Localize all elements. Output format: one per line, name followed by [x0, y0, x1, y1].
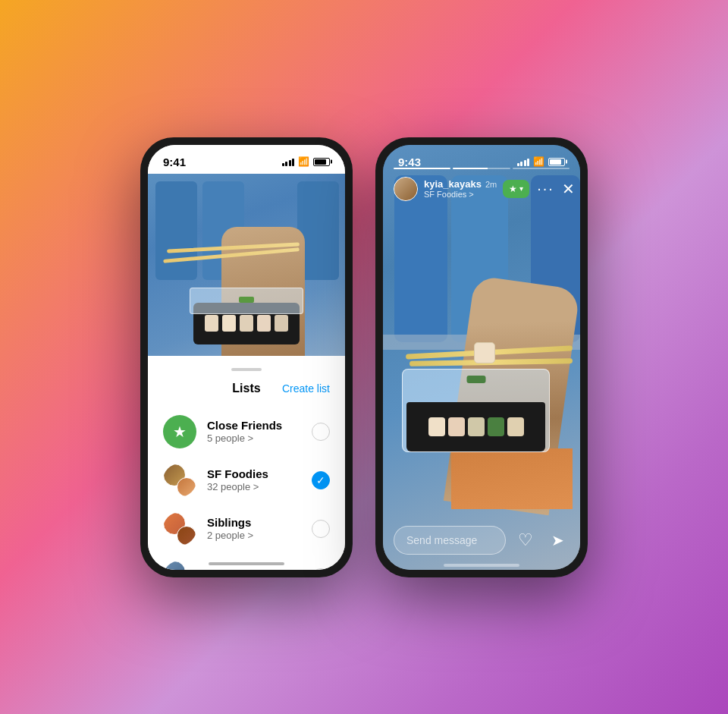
- story-list-text: SF Foodies >: [424, 190, 474, 199]
- sf-foodies-radio[interactable]: ✓: [312, 471, 330, 489]
- wifi-icon-right: 📶: [533, 156, 544, 167]
- close-friends-count: 5 people >: [207, 432, 301, 444]
- sf-foodies-count: 32 people >: [207, 481, 301, 492]
- send-icon: ➤: [551, 531, 564, 549]
- list-item-siblings[interactable]: Siblings 2 people >: [163, 505, 330, 553]
- checkmark-icon: ✓: [316, 475, 325, 486]
- sushi-r-3: [468, 417, 485, 436]
- close-story-button[interactable]: ✕: [562, 180, 575, 198]
- story-username: kyia_kayaks: [424, 178, 482, 190]
- signal-bar-2: [285, 162, 287, 166]
- close-friends-name: Close Friends: [207, 419, 301, 432]
- phone-left: 9:41 📶: [140, 137, 353, 577]
- status-icons-right: 📶: [517, 156, 566, 167]
- sf-foodies-avatar-2: [177, 477, 196, 497]
- story-image-left: [148, 174, 345, 356]
- sf-foodies-info: SF Foodies 32 people >: [207, 467, 301, 492]
- lists-handle: [231, 368, 262, 371]
- list-item-close-friends[interactable]: ★ Close Friends 5 people >: [163, 407, 330, 456]
- status-icons-left: 📶: [282, 156, 331, 167]
- siblings-count: 2 people >: [207, 530, 301, 541]
- sushi-piece-5: [275, 315, 288, 332]
- signal-bar-r3: [524, 160, 526, 166]
- create-list-container[interactable]: Create list: [275, 382, 330, 395]
- heart-icon: ♡: [518, 530, 533, 550]
- battery-left: [313, 158, 330, 166]
- signal-bar-r4: [527, 159, 529, 166]
- send-button[interactable]: ➤: [545, 528, 570, 552]
- story-footer: Send message ♡ ➤: [383, 526, 580, 555]
- sushi-r-4: [488, 417, 504, 436]
- sushi-tray-right: [406, 402, 545, 451]
- message-input[interactable]: Send message: [394, 526, 506, 555]
- home-indicator-left: [209, 562, 284, 565]
- signal-bar-1: [282, 163, 284, 166]
- wasabi-right: [466, 376, 485, 383]
- phones-container: 9:41 📶: [140, 137, 588, 577]
- close-friends-avatar: ★: [163, 415, 196, 448]
- status-bar-right: 9:43 📶: [383, 145, 580, 173]
- signal-bars-right: [517, 157, 530, 166]
- lists-title: Lists: [218, 382, 274, 395]
- story-actions: ★ ▾ ··· ✕: [503, 180, 575, 198]
- sushi-r-5: [507, 417, 524, 436]
- travel-avatar-1: [163, 561, 186, 570]
- username-time-row: kyia_kayaks 2m: [424, 178, 497, 190]
- sushi-piece-4: [257, 315, 271, 332]
- signal-bars-left: [282, 157, 295, 166]
- message-row: Send message ♡ ➤: [394, 526, 570, 555]
- battery-right: [548, 158, 565, 166]
- more-options-button[interactable]: ···: [537, 180, 554, 197]
- star-icon: ★: [173, 423, 187, 441]
- sushi-piece-1: [205, 315, 218, 332]
- sleeve-right: [451, 448, 573, 509]
- sf-foodies-name: SF Foodies: [207, 467, 301, 480]
- list-item-sf-foodies[interactable]: SF Foodies 32 people > ✓: [163, 456, 330, 505]
- heart-button[interactable]: ♡: [513, 528, 538, 552]
- signal-bar-4: [292, 159, 294, 166]
- signal-bar-r2: [520, 162, 522, 166]
- siblings-avatar-2: [177, 526, 196, 546]
- status-time-left: 9:41: [163, 156, 186, 168]
- fav-star-icon: ★: [509, 184, 517, 194]
- story-list-label[interactable]: SF Foodies >: [424, 190, 497, 199]
- story-full: kyia_kayaks 2m SF Foodies > ★ ▾: [383, 145, 580, 570]
- lists-panel: Lists Create list ★ Close Friends 5 peop…: [148, 356, 345, 570]
- story-user-info: kyia_kayaks 2m SF Foodies >: [424, 178, 497, 199]
- travel-crew-avatar: [163, 561, 196, 570]
- list-item-travel-crew[interactable]: Travel Crew: [163, 553, 330, 570]
- message-placeholder: Send message: [406, 534, 477, 546]
- wifi-icon-left: 📶: [298, 156, 309, 167]
- siblings-avatar: [163, 512, 196, 546]
- story-time: 2m: [485, 180, 497, 189]
- battery-fill-left: [315, 159, 326, 165]
- sushi-photo-bg: [148, 174, 345, 356]
- sushi-piece-2: [222, 315, 236, 332]
- siblings-info: Siblings 2 people >: [207, 516, 301, 541]
- close-friends-info: Close Friends 5 people >: [207, 419, 301, 444]
- plastic-container-right: [402, 369, 550, 452]
- signal-bar-3: [289, 160, 291, 166]
- lists-header: Lists Create list: [163, 382, 330, 395]
- siblings-radio[interactable]: [312, 520, 330, 538]
- avatar-face: [394, 178, 417, 200]
- status-time-right: 9:43: [398, 156, 421, 168]
- fav-chevron-icon: ▾: [519, 184, 523, 193]
- sushi-r-2: [448, 417, 465, 436]
- phone-right: kyia_kayaks 2m SF Foodies > ★ ▾: [375, 137, 588, 577]
- signal-bar-r1: [517, 163, 519, 166]
- story-avatar: [394, 177, 418, 201]
- create-list-button[interactable]: Create list: [282, 382, 330, 395]
- home-indicator-right: [444, 564, 519, 567]
- travel-crew-radio[interactable]: [312, 568, 330, 570]
- wasabi-left: [239, 297, 254, 303]
- sushi-lifted: [474, 342, 495, 363]
- siblings-name: Siblings: [207, 516, 301, 529]
- sushi-piece-3: [240, 315, 253, 332]
- favorite-button[interactable]: ★ ▾: [503, 180, 529, 198]
- seat-1: [155, 181, 197, 280]
- battery-fill-right: [550, 159, 561, 165]
- close-friends-radio[interactable]: [312, 423, 330, 441]
- sushi-r-1: [428, 417, 445, 436]
- sf-foodies-avatar: [163, 464, 196, 497]
